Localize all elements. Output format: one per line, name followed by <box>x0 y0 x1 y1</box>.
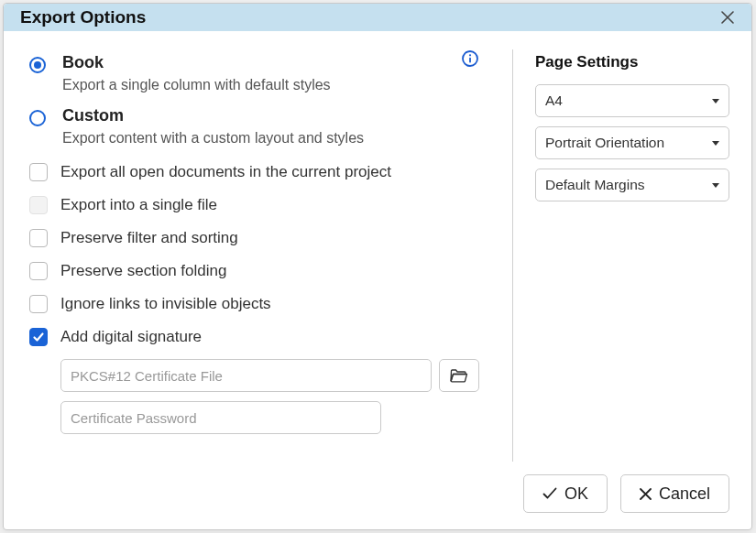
checkbox-preserve-filter-label: Preserve filter and sorting <box>60 229 238 247</box>
close-icon <box>640 488 652 500</box>
checkbox-single-file[interactable]: Export into a single file <box>29 189 479 222</box>
folder-open-icon <box>450 368 468 383</box>
page-size-value: A4 <box>545 92 563 109</box>
cert-file-row <box>60 359 479 392</box>
radio-icon <box>29 57 46 73</box>
chevron-down-icon <box>712 141 719 146</box>
checkmark-icon <box>542 487 557 500</box>
chevron-down-icon <box>712 183 719 188</box>
checkbox-icon <box>29 295 48 313</box>
signature-fields <box>60 359 479 434</box>
orientation-select[interactable]: Portrait Orientation <box>535 126 729 159</box>
checkbox-icon <box>29 229 48 247</box>
radio-custom-desc: Export content with a custom layout and … <box>62 130 479 147</box>
checkbox-export-all-label: Export all open documents in the current… <box>60 163 391 181</box>
radio-custom[interactable]: Custom <box>29 103 479 128</box>
close-icon <box>721 11 734 24</box>
checkbox-preserve-folding[interactable]: Preserve section folding <box>29 255 479 288</box>
page-settings-heading: Page Settings <box>535 53 729 71</box>
info-icon <box>462 50 478 67</box>
info-button[interactable] <box>461 49 479 68</box>
checkbox-ignore-links[interactable]: Ignore links to invisible objects <box>29 288 479 321</box>
radio-book-label: Book <box>62 53 104 72</box>
svg-rect-2 <box>469 58 471 63</box>
browse-cert-button[interactable] <box>439 359 479 392</box>
checkbox-ignore-links-label: Ignore links to invisible objects <box>60 295 271 313</box>
radio-book[interactable]: Book <box>29 49 479 75</box>
checkbox-icon <box>29 262 48 280</box>
orientation-value: Portrait Orientation <box>545 135 664 151</box>
page-size-select[interactable]: A4 <box>535 84 729 117</box>
titlebar: Export Options <box>4 4 751 31</box>
cancel-button[interactable]: Cancel <box>620 474 729 513</box>
ok-button[interactable]: OK <box>523 474 608 513</box>
dialog-content: Book Export a single column with default… <box>4 31 751 474</box>
radio-book-desc: Export a single column with default styl… <box>62 77 479 93</box>
checkbox-icon <box>29 163 48 181</box>
svg-point-1 <box>469 54 471 56</box>
radio-icon <box>29 110 46 126</box>
checkbox-add-signature-label: Add digital signature <box>60 328 202 346</box>
close-button[interactable] <box>717 6 739 28</box>
right-pane: Page Settings A4 Portrait Orientation De… <box>513 49 729 462</box>
checkbox-single-file-label: Export into a single file <box>60 196 217 214</box>
cancel-button-label: Cancel <box>659 484 710 504</box>
export-options-dialog: Export Options Book Export a single colu… <box>3 3 752 530</box>
margins-value: Default Margins <box>545 177 645 193</box>
checkbox-preserve-filter[interactable]: Preserve filter and sorting <box>29 222 479 255</box>
left-pane: Book Export a single column with default… <box>29 49 512 462</box>
cert-password-row <box>60 401 479 434</box>
ok-button-label: OK <box>564 484 588 504</box>
checkmark-icon <box>32 331 45 343</box>
checkbox-add-signature[interactable]: Add digital signature <box>29 321 479 354</box>
dialog-title: Export Options <box>20 7 717 27</box>
margins-select[interactable]: Default Margins <box>535 169 729 201</box>
chevron-down-icon <box>712 99 719 103</box>
cert-password-input[interactable] <box>60 401 381 434</box>
checkbox-export-all[interactable]: Export all open documents in the current… <box>29 156 479 189</box>
checkbox-preserve-folding-label: Preserve section folding <box>60 262 226 280</box>
dialog-footer: OK Cancel <box>4 474 751 529</box>
checkbox-icon <box>29 328 48 346</box>
radio-custom-label: Custom <box>62 106 124 125</box>
cert-file-input[interactable] <box>60 359 432 392</box>
checkbox-icon <box>29 196 48 214</box>
